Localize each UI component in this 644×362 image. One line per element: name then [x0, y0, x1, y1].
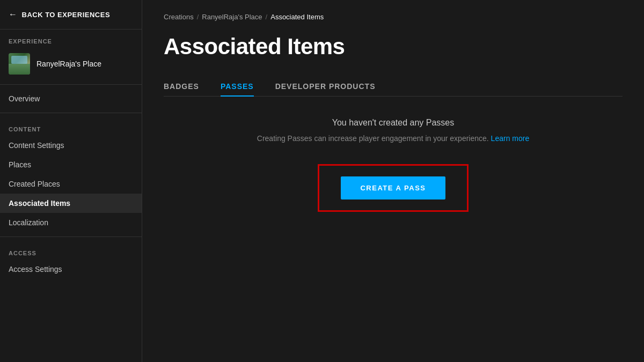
- sidebar-item-access-settings[interactable]: Access Settings: [0, 260, 142, 279]
- experience-item[interactable]: RanyelRaja's Place: [0, 48, 142, 80]
- experience-thumbnail: [9, 53, 30, 75]
- sidebar-divider-2: [0, 113, 142, 113]
- tab-passes[interactable]: PASSES: [221, 77, 254, 96]
- sidebar-item-content-settings[interactable]: Content Settings: [0, 136, 142, 155]
- content-section-label: CONTENT: [0, 117, 142, 136]
- experience-section-label: EXPERIENCE: [0, 29, 142, 48]
- empty-state: You haven't created any Passes Creating …: [164, 118, 623, 212]
- breadcrumb-place[interactable]: RanyelRaja's Place: [202, 13, 262, 21]
- back-button-label: BACK TO EXPERIENCES: [22, 11, 111, 19]
- sidebar-divider-3: [0, 237, 142, 237]
- main-content: Creations / RanyelRaja's Place / Associa…: [142, 0, 644, 362]
- sidebar-divider-1: [0, 84, 142, 85]
- red-highlight-box: CREATE A PASS: [318, 164, 468, 212]
- sidebar-item-overview[interactable]: Overview: [0, 89, 142, 108]
- empty-state-title: You haven't created any Passes: [332, 118, 455, 128]
- back-to-experiences-button[interactable]: ← BACK TO EXPERIENCES: [0, 0, 142, 29]
- experience-name: RanyelRaja's Place: [36, 60, 101, 68]
- sidebar-item-places[interactable]: Places: [0, 155, 142, 174]
- breadcrumb-sep-2: /: [266, 13, 268, 21]
- empty-state-description: Creating Passes can increase player enga…: [257, 134, 529, 143]
- tab-developer-products[interactable]: DEVELOPER PRODUCTS: [275, 77, 376, 96]
- back-arrow-icon: ←: [9, 10, 18, 19]
- sidebar-item-created-places[interactable]: Created Places: [0, 174, 142, 194]
- sidebar-item-localization[interactable]: Localization: [0, 213, 142, 232]
- learn-more-link[interactable]: Learn more: [491, 134, 530, 143]
- breadcrumb-creations[interactable]: Creations: [164, 13, 194, 21]
- create-button-wrapper: CREATE A PASS: [318, 164, 468, 212]
- tab-badges[interactable]: BADGES: [164, 77, 199, 96]
- breadcrumb-current: Associated Items: [270, 13, 324, 21]
- create-pass-button[interactable]: CREATE A PASS: [341, 176, 445, 200]
- breadcrumb: Creations / RanyelRaja's Place / Associa…: [164, 13, 623, 21]
- tabs: BADGES PASSES DEVELOPER PRODUCTS: [164, 77, 623, 97]
- access-section-label: ACCESS: [0, 241, 142, 260]
- sidebar: ← BACK TO EXPERIENCES EXPERIENCE RanyelR…: [0, 0, 142, 362]
- page-title: Associated Items: [164, 34, 623, 60]
- sidebar-item-associated-items[interactable]: Associated Items: [0, 194, 142, 213]
- breadcrumb-sep-1: /: [197, 13, 199, 21]
